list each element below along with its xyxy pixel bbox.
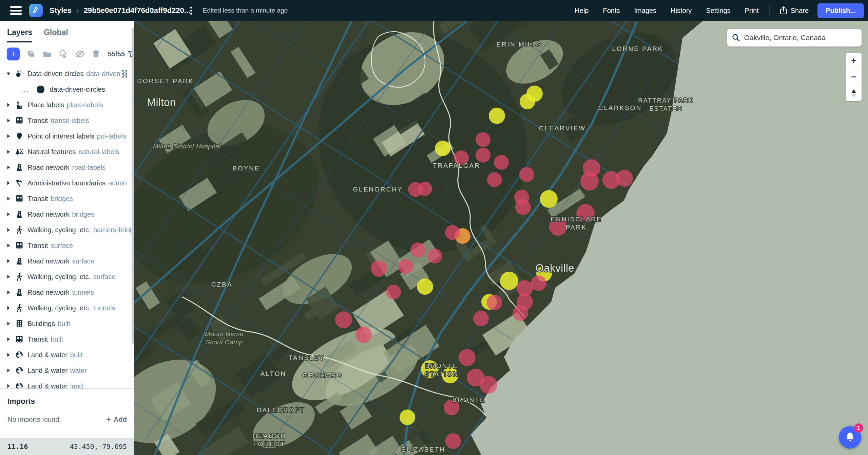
marker-crimson[interactable] [386, 285, 401, 299]
layer-list-scrollbar[interactable] [132, 28, 134, 344]
marker-yellow[interactable] [500, 272, 518, 290]
marker-crimson[interactable] [531, 275, 546, 291]
nav-settings[interactable]: Settings [706, 7, 730, 15]
layer-row[interactable]: Transitbuilt [0, 331, 134, 347]
layer-row[interactable]: Walking, cycling, etc.barriers-bridges [0, 222, 134, 238]
notification-badge: 1 [854, 423, 863, 433]
marker-crimson[interactable] [480, 376, 497, 394]
layer-row[interactable]: Buildingsbuilt [0, 316, 134, 331]
marker-crimson[interactable] [513, 305, 528, 321]
layer-row[interactable]: Road networkbridges [0, 206, 134, 222]
layer-row[interactable]: Point of interest labelspoi-labels [0, 128, 134, 144]
marker-crimson[interactable] [418, 182, 432, 196]
hide-layer-eye-off-icon[interactable] [75, 50, 85, 58]
marker-crimson[interactable] [476, 148, 490, 163]
layer-id: bridges [72, 211, 94, 218]
layer-id: water [70, 367, 87, 375]
style-title[interactable]: 29b5e0e071d4f76d0aff9d220... [84, 6, 186, 15]
style-options-kebab-icon[interactable] [190, 7, 192, 15]
layer-filter-counter[interactable]: 55/55 [108, 50, 135, 58]
tab-global[interactable]: Global [44, 28, 68, 42]
marker-crimson[interactable] [515, 199, 531, 215]
marker-crimson[interactable] [445, 225, 460, 240]
zoom-in-button[interactable]: + [846, 53, 862, 69]
publish-button[interactable]: Publish... [817, 3, 864, 18]
marker-yellow[interactable] [540, 190, 558, 208]
duplicate-layer-icon[interactable] [27, 50, 35, 58]
map-label: Milton [147, 96, 176, 108]
layer-row[interactable]: Land & waterwater [0, 363, 134, 378]
nature-icon [15, 148, 23, 156]
layer-id: bridges [51, 195, 73, 203]
marker-yellow[interactable] [489, 108, 505, 124]
delete-layer-trash-icon[interactable] [92, 50, 100, 58]
nav-print[interactable]: Print [745, 7, 759, 15]
marker-crimson[interactable] [494, 155, 509, 170]
imports-empty-text: No imports found. [7, 416, 61, 423]
mapbox-studio-logo-icon[interactable] [29, 4, 43, 17]
layer-row[interactable]: Place labelsplace-labels [0, 97, 134, 113]
marker-yellow[interactable] [400, 410, 415, 425]
layer-id: tunnels [93, 304, 115, 312]
marker-yellow[interactable] [435, 141, 450, 156]
marker-crimson[interactable] [459, 349, 476, 366]
basemap-svg: ERIN MILLSLORNE PARKDORSET PARKMiltonCLA… [134, 21, 868, 455]
layer-row[interactable]: Road networksurface [0, 253, 134, 269]
sublayer-options-icon[interactable]: ... [21, 85, 29, 94]
layer-row[interactable]: Land & waterland [0, 378, 134, 388]
compass-bearing-button[interactable] [846, 85, 862, 101]
group-layers-folder-icon[interactable] [43, 50, 52, 58]
marker-crimson[interactable] [371, 260, 387, 277]
sublayer-row[interactable]: ...data-driven-circles [0, 81, 134, 97]
map-label: DALECROFT [257, 406, 305, 414]
zoom-out-button[interactable]: − [846, 69, 862, 85]
layer-row[interactable]: Transitbridges [0, 191, 134, 206]
nav-images[interactable]: Images [634, 7, 657, 15]
layer-row[interactable]: Natural featuresnatural-labels [0, 144, 134, 160]
marker-yellow[interactable] [520, 94, 535, 109]
layer-name: Land & water [27, 367, 67, 375]
marker-crimson[interactable] [410, 242, 425, 257]
layer-row[interactable]: Data-driven circlesdata-driven-ci [0, 66, 134, 81]
marker-crimson[interactable] [476, 132, 490, 147]
marker-crimson[interactable] [487, 295, 502, 310]
drag-handle-icon[interactable] [122, 70, 128, 78]
share-button[interactable]: Share [780, 6, 809, 15]
layer-row[interactable]: Transittransit-labels [0, 113, 134, 128]
tab-layers[interactable]: Layers [7, 28, 32, 42]
plus-icon: + [106, 415, 111, 424]
marker-crimson[interactable] [616, 170, 633, 187]
nav-fonts[interactable]: Fonts [603, 7, 620, 15]
marker-crimson[interactable] [473, 311, 489, 326]
map-search-box[interactable] [727, 29, 862, 47]
layer-row[interactable]: Administrative boundariesadmin [0, 175, 134, 191]
layer-row[interactable]: Road networkroad-labels [0, 160, 134, 175]
search-input[interactable] [744, 34, 857, 42]
marker-crimson[interactable] [427, 249, 442, 263]
marker-crimson[interactable] [355, 327, 372, 343]
nav-help[interactable]: Help [575, 7, 589, 15]
marker-crimson[interactable] [445, 433, 461, 449]
hamburger-menu-icon[interactable] [10, 6, 22, 15]
layer-row[interactable]: Walking, cycling, etc.surface [0, 269, 134, 285]
marker-crimson[interactable] [398, 259, 413, 274]
globe-icon [15, 382, 23, 388]
select-layer-icon[interactable] [59, 50, 68, 58]
marker-crimson[interactable] [580, 172, 599, 190]
breadcrumb-styles-link[interactable]: Styles [50, 6, 72, 15]
place-icon [15, 101, 23, 109]
layer-row[interactable]: Walking, cycling, etc.tunnels [0, 300, 134, 316]
marker-yellow[interactable] [417, 278, 433, 295]
layer-row[interactable]: Land & waterbuilt [0, 347, 134, 363]
add-import-button[interactable]: + Add [106, 415, 127, 424]
panel-tabs: Layers Global [0, 21, 134, 42]
map-canvas[interactable]: ERIN MILLSLORNE PARKDORSET PARKMiltonCLA… [134, 21, 868, 455]
marker-crimson[interactable] [487, 172, 502, 187]
add-layer-button[interactable]: + [7, 48, 20, 60]
marker-crimson[interactable] [519, 167, 534, 182]
nav-history[interactable]: History [671, 7, 692, 15]
notifications-button[interactable]: 1 [839, 426, 861, 449]
layer-row[interactable]: Road networktunnels [0, 285, 134, 300]
marker-crimson[interactable] [335, 311, 352, 328]
layer-row[interactable]: Transitsurface [0, 238, 134, 253]
